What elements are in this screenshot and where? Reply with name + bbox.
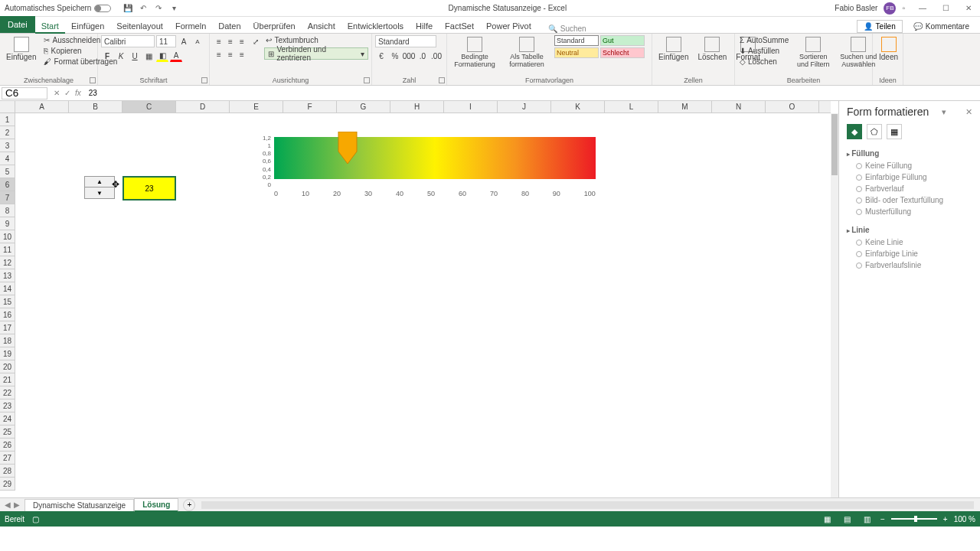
font-size-combo[interactable]: 11: [156, 35, 176, 47]
zoom-level[interactable]: 100 %: [954, 515, 975, 523]
redo-icon[interactable]: ↷: [154, 4, 163, 13]
line-option-none[interactable]: Keine Linie: [847, 236, 972, 248]
row-header-24[interactable]: 24: [0, 412, 15, 425]
file-tab[interactable]: Datei: [0, 16, 35, 33]
col-header-d[interactable]: D: [176, 101, 230, 112]
search-box[interactable]: 🔍 Suchen: [548, 24, 586, 33]
col-header-f[interactable]: F: [283, 101, 337, 112]
col-header-b[interactable]: B: [69, 101, 122, 112]
sort-filter-button[interactable]: Sortieren und Filtern: [793, 35, 833, 70]
cell-grid[interactable]: ▲ ▼ ✥ 23 1,2 1 0,8 0,6 0,4 0,2 0: [15, 113, 831, 497]
font-color-button[interactable]: A: [170, 50, 182, 62]
number-format-combo[interactable]: Standard: [375, 35, 436, 47]
fill-option-picture[interactable]: Bild- oder Texturfüllung: [847, 194, 972, 206]
align-top-icon[interactable]: ≡: [213, 35, 225, 47]
col-header-h[interactable]: H: [390, 101, 444, 112]
alignment-launcher[interactable]: [364, 77, 370, 83]
row-header-7[interactable]: 7: [0, 191, 15, 204]
paste-button[interactable]: Einfügen: [3, 35, 39, 63]
save-icon[interactable]: 💾: [123, 4, 132, 13]
tab-hilfe[interactable]: Hilfe: [410, 19, 439, 33]
font-name-combo[interactable]: Calibri: [101, 35, 155, 47]
italic-button[interactable]: K: [115, 50, 127, 62]
align-left-icon[interactable]: ≡: [213, 48, 225, 60]
percent-icon[interactable]: %: [389, 50, 401, 62]
wrap-text-button[interactable]: ↩Textumbruch: [264, 35, 368, 45]
clipboard-launcher[interactable]: [90, 77, 96, 83]
fill-option-gradient[interactable]: Farbverlauf: [847, 183, 972, 194]
col-header-m[interactable]: M: [658, 101, 712, 112]
qat-dropdown-icon[interactable]: ▾: [169, 4, 178, 13]
row-header-13[interactable]: 13: [0, 269, 15, 282]
pointer-arrow[interactable]: [335, 132, 360, 166]
increase-decimal-icon[interactable]: .0: [416, 50, 429, 62]
zoom-out-icon[interactable]: −: [880, 515, 885, 523]
comma-icon[interactable]: 000: [403, 50, 415, 62]
autosave-toggle[interactable]: Automatisches Speichern: [0, 4, 116, 12]
insert-cells-button[interactable]: Einfügen: [655, 35, 691, 63]
row-header-23[interactable]: 23: [0, 399, 15, 412]
row-header-26[interactable]: 26: [0, 439, 15, 452]
decrease-font-icon[interactable]: A: [191, 35, 204, 47]
align-center-icon[interactable]: ≡: [224, 48, 237, 60]
line-section-title[interactable]: Linie: [847, 223, 972, 236]
toggle-switch[interactable]: [94, 5, 111, 12]
minimize-button[interactable]: —: [911, 0, 934, 17]
status-chart[interactable]: 1,2 1 0,8 0,6 0,4 0,2 0 0 10 20 30: [253, 135, 620, 219]
bold-button[interactable]: F: [101, 50, 113, 62]
formula-input[interactable]: 23: [86, 88, 980, 98]
macro-record-icon[interactable]: ▢: [32, 515, 39, 523]
delete-cells-button[interactable]: Löschen: [694, 35, 730, 63]
line-option-gradient[interactable]: Farbverlaufslinie: [847, 259, 972, 271]
close-button[interactable]: ✕: [957, 0, 980, 17]
row-header-2[interactable]: 2: [0, 126, 15, 139]
prev-sheet-icon[interactable]: ◀: [5, 500, 11, 509]
add-sheet-button[interactable]: +: [183, 499, 195, 511]
cell-styles-gallery[interactable]: Standard Gut Neutral Schlecht: [554, 35, 645, 58]
horizontal-scrollbar[interactable]: [201, 501, 974, 509]
accept-formula-icon[interactable]: ✓: [64, 89, 70, 97]
underline-button[interactable]: U: [129, 50, 141, 62]
row-header-27[interactable]: 27: [0, 452, 15, 465]
row-header-12[interactable]: 12: [0, 256, 15, 269]
row-header-10[interactable]: 10: [0, 230, 15, 243]
fill-section-title[interactable]: Füllung: [847, 147, 972, 160]
zoom-slider[interactable]: [891, 518, 937, 520]
fx-icon[interactable]: fx: [75, 89, 81, 97]
row-header-17[interactable]: 17: [0, 321, 15, 334]
merge-center-button[interactable]: ⊞Verbinden und zentrieren▾: [264, 47, 368, 60]
fill-line-tab-icon[interactable]: ◆: [847, 124, 862, 139]
vertical-scrollbar[interactable]: [831, 113, 838, 497]
normal-view-icon[interactable]: ▦: [821, 514, 835, 524]
fill-option-pattern[interactable]: Musterfüllung: [847, 206, 972, 217]
row-header-19[interactable]: 19: [0, 347, 15, 360]
number-launcher[interactable]: [439, 77, 445, 83]
user-avatar[interactable]: FB: [884, 2, 896, 15]
col-header-g[interactable]: G: [337, 101, 390, 112]
font-launcher[interactable]: [201, 77, 207, 83]
pane-close-icon[interactable]: ✕: [965, 107, 972, 117]
fill-option-none[interactable]: Keine Füllung: [847, 160, 972, 171]
style-neutral[interactable]: Neutral: [554, 47, 599, 58]
orientation-icon[interactable]: ⤢: [250, 35, 261, 47]
spinner-up-button[interactable]: ▲: [85, 177, 114, 187]
tab-factset[interactable]: FactSet: [439, 19, 480, 33]
scroll-thumb[interactable]: [831, 114, 838, 175]
row-header-1[interactable]: 1: [0, 113, 15, 126]
pane-dropdown-icon[interactable]: ▾: [942, 107, 946, 117]
row-header-16[interactable]: 16: [0, 308, 15, 321]
row-header-3[interactable]: 3: [0, 139, 15, 152]
col-header-n[interactable]: N: [712, 101, 766, 112]
col-header-i[interactable]: I: [444, 101, 498, 112]
undo-icon[interactable]: ↶: [139, 4, 148, 13]
row-header-8[interactable]: 8: [0, 204, 15, 217]
conditional-format-button[interactable]: Bedingte Formatierung: [450, 35, 499, 70]
comments-button[interactable]: 💬Kommentare: [907, 21, 975, 32]
style-schlecht[interactable]: Schlecht: [600, 47, 645, 58]
zoom-in-icon[interactable]: +: [943, 515, 948, 523]
style-gut[interactable]: Gut: [600, 35, 645, 46]
col-header-a[interactable]: A: [15, 101, 69, 112]
row-header-11[interactable]: 11: [0, 243, 15, 256]
tab-entwicklertools[interactable]: Entwicklertools: [341, 19, 410, 33]
col-header-l[interactable]: L: [605, 101, 658, 112]
